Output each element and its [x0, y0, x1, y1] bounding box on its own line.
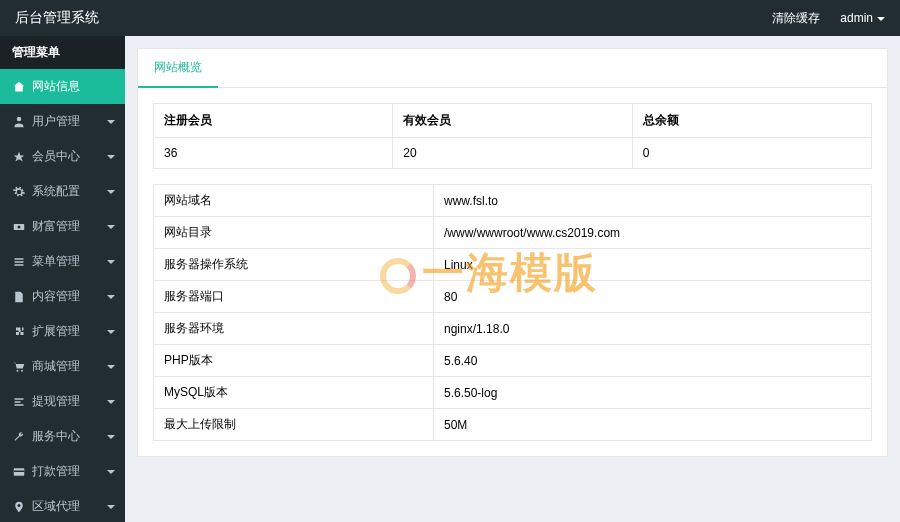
panel-tabs: 网站概览 — [138, 49, 887, 88]
info-value: Linux — [434, 249, 872, 281]
caret-down-icon — [107, 295, 115, 299]
sidebar-item-8[interactable]: 商城管理 — [0, 349, 125, 384]
svg-point-1 — [18, 225, 21, 228]
list-icon — [12, 256, 26, 268]
sidebar-item-label: 服务中心 — [32, 428, 80, 445]
info-value: /www/wwwroot/www.cs2019.com — [434, 217, 872, 249]
puzzle-icon — [12, 326, 26, 338]
sidebar: 管理菜单 网站信息用户管理会员中心系统配置财富管理菜单管理内容管理扩展管理商城管… — [0, 36, 125, 522]
sidebar-item-label: 区域代理 — [32, 498, 80, 515]
caret-down-icon — [107, 155, 115, 159]
caret-down-icon — [107, 400, 115, 404]
sidebar-item-1[interactable]: 用户管理 — [0, 104, 125, 139]
user-dropdown[interactable]: admin — [840, 11, 885, 25]
brand-title: 后台管理系统 — [15, 9, 99, 27]
sidebar-item-10[interactable]: 服务中心 — [0, 419, 125, 454]
info-row: 服务器环境nginx/1.18.0 — [154, 313, 872, 345]
info-label: 网站域名 — [154, 185, 434, 217]
caret-down-icon — [107, 330, 115, 334]
info-value: 50M — [434, 409, 872, 441]
sidebar-header: 管理菜单 — [0, 36, 125, 69]
stats-header: 注册会员 — [154, 104, 393, 138]
sidebar-item-label: 扩展管理 — [32, 323, 80, 340]
caret-down-icon — [107, 120, 115, 124]
caret-down-icon — [107, 470, 115, 474]
users-icon — [12, 116, 26, 128]
info-row: 网站目录/www/wwwroot/www.cs2019.com — [154, 217, 872, 249]
stats-value: 20 — [393, 138, 632, 169]
sidebar-item-12[interactable]: 区域代理 — [0, 489, 125, 522]
svg-rect-5 — [14, 470, 25, 472]
withdraw-icon — [12, 396, 26, 408]
sidebar-item-11[interactable]: 打款管理 — [0, 454, 125, 489]
caret-down-icon — [107, 365, 115, 369]
info-row: 网站域名www.fsl.to — [154, 185, 872, 217]
sidebar-item-label: 会员中心 — [32, 148, 80, 165]
info-label: 最大上传限制 — [154, 409, 434, 441]
overview-panel: 网站概览 注册会员有效会员总余额 36200 网站域名www.fsl.to网站目… — [137, 48, 888, 457]
info-label: 服务器操作系统 — [154, 249, 434, 281]
sidebar-item-5[interactable]: 菜单管理 — [0, 244, 125, 279]
sidebar-item-4[interactable]: 财富管理 — [0, 209, 125, 244]
info-row: MySQL版本5.6.50-log — [154, 377, 872, 409]
info-label: MySQL版本 — [154, 377, 434, 409]
stats-value: 36 — [154, 138, 393, 169]
top-nav: 后台管理系统 清除缓存 admin — [0, 0, 900, 36]
main-content: 网站概览 注册会员有效会员总余额 36200 网站域名www.fsl.to网站目… — [125, 36, 900, 522]
sidebar-item-6[interactable]: 内容管理 — [0, 279, 125, 314]
sidebar-item-label: 商城管理 — [32, 358, 80, 375]
info-value: www.fsl.to — [434, 185, 872, 217]
caret-down-icon — [107, 435, 115, 439]
sidebar-item-label: 提现管理 — [32, 393, 80, 410]
info-value: 5.6.40 — [434, 345, 872, 377]
info-value: nginx/1.18.0 — [434, 313, 872, 345]
sidebar-item-7[interactable]: 扩展管理 — [0, 314, 125, 349]
info-value: 5.6.50-log — [434, 377, 872, 409]
clear-cache-link[interactable]: 清除缓存 — [772, 10, 820, 27]
caret-down-icon — [107, 225, 115, 229]
sidebar-item-0[interactable]: 网站信息 — [0, 69, 125, 104]
info-row: 最大上传限制50M — [154, 409, 872, 441]
cogs-icon — [12, 186, 26, 198]
home-icon — [12, 81, 26, 93]
info-label: PHP版本 — [154, 345, 434, 377]
sidebar-item-9[interactable]: 提现管理 — [0, 384, 125, 419]
map-icon — [12, 501, 26, 513]
credit-icon — [12, 466, 26, 478]
sidebar-item-label: 内容管理 — [32, 288, 80, 305]
tab-overview[interactable]: 网站概览 — [138, 49, 218, 88]
info-row: 服务器端口80 — [154, 281, 872, 313]
svg-point-3 — [21, 369, 23, 371]
info-row: PHP版本5.6.40 — [154, 345, 872, 377]
sidebar-item-label: 财富管理 — [32, 218, 80, 235]
sidebar-item-label: 系统配置 — [32, 183, 80, 200]
caret-down-icon — [107, 260, 115, 264]
info-value: 80 — [434, 281, 872, 313]
stats-table: 注册会员有效会员总余额 36200 — [153, 103, 872, 169]
sidebar-item-label: 菜单管理 — [32, 253, 80, 270]
cart-icon — [12, 361, 26, 373]
sidebar-item-label: 打款管理 — [32, 463, 80, 480]
info-table: 网站域名www.fsl.to网站目录/www/wwwroot/www.cs201… — [153, 184, 872, 441]
info-label: 服务器环境 — [154, 313, 434, 345]
info-row: 服务器操作系统Linux — [154, 249, 872, 281]
stats-header: 总余额 — [632, 104, 871, 138]
sidebar-item-2[interactable]: 会员中心 — [0, 139, 125, 174]
sidebar-item-label: 用户管理 — [32, 113, 80, 130]
star-icon — [12, 151, 26, 163]
wrench-icon — [12, 431, 26, 443]
svg-point-2 — [17, 369, 19, 371]
file-icon — [12, 291, 26, 303]
info-label: 服务器端口 — [154, 281, 434, 313]
caret-down-icon — [107, 505, 115, 509]
stats-value: 0 — [632, 138, 871, 169]
sidebar-item-label: 网站信息 — [32, 78, 80, 95]
stats-header: 有效会员 — [393, 104, 632, 138]
money-icon — [12, 221, 26, 233]
info-label: 网站目录 — [154, 217, 434, 249]
sidebar-item-3[interactable]: 系统配置 — [0, 174, 125, 209]
caret-down-icon — [107, 190, 115, 194]
